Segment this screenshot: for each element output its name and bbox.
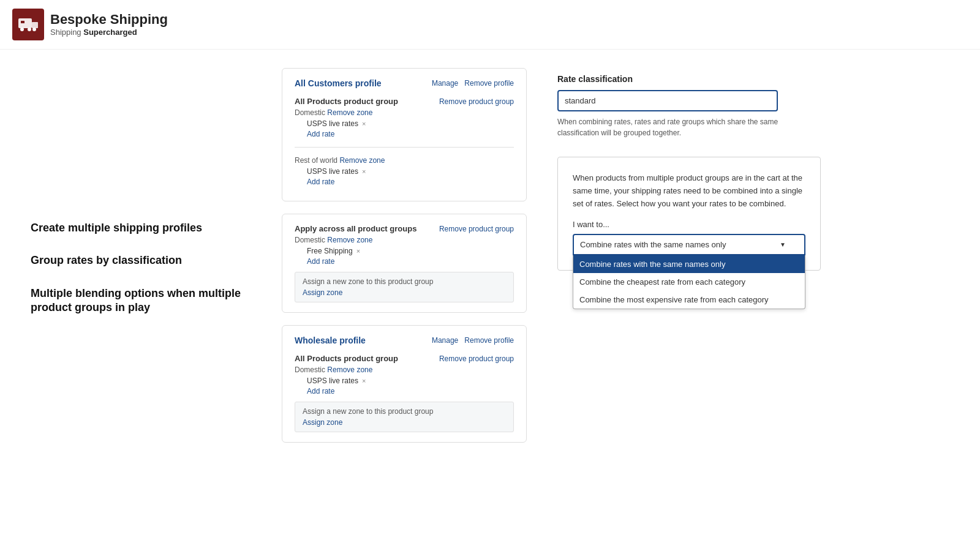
remove-rate-free-shipping[interactable]: × (356, 247, 360, 255)
remove-product-group-apply-across[interactable]: Remove product group (439, 225, 514, 233)
profile-card-apply-across: Apply across all product groups Remove p… (282, 214, 527, 313)
combine-dropdown-trigger[interactable]: Combine rates with the same names only ▼ (573, 234, 805, 255)
combine-option-same-names[interactable]: Combine rates with the same names only (573, 255, 805, 273)
combine-option-cheapest[interactable]: Combine the cheapest rate from each cate… (573, 273, 805, 291)
combine-selected-value: Combine rates with the same names only (580, 240, 726, 249)
profile-actions-wholesale: Manage Remove profile (432, 336, 514, 345)
rate-list-domestic-2: Free Shipping × Add rate (307, 247, 514, 266)
combine-dropdown[interactable]: Combine rates with the same names only ▼… (573, 234, 805, 255)
svg-rect-1 (21, 21, 24, 23)
product-group-header-wholesale: All Products product group Remove produc… (295, 354, 514, 363)
logo-icon (12, 9, 44, 40)
remove-zone-domestic-3[interactable]: Remove zone (327, 365, 372, 374)
add-rate-link-2[interactable]: Add rate (307, 178, 334, 186)
list-item: Add rate (307, 178, 514, 186)
left-point-1: Create multiple shipping profiles (31, 221, 245, 235)
combining-section: When products from multiple product grou… (557, 157, 821, 271)
assign-zone-section-1: Assign a new zone to this product group … (295, 272, 514, 302)
remove-product-group-all-products[interactable]: Remove product group (439, 97, 514, 106)
product-group-header-all-products: All Products product group Remove produc… (295, 97, 514, 106)
profile-header-all-customers: All Customers profile Manage Remove prof… (295, 78, 514, 88)
rate-classification-section: Rate classification When combining rates… (557, 74, 821, 138)
assign-zone-desc-2: Assign a new zone to this product group (303, 407, 506, 416)
remove-zone-domestic-2[interactable]: Remove zone (327, 236, 372, 244)
list-item: Add rate (307, 130, 514, 138)
assign-zone-desc-1: Assign a new zone to this product group (303, 277, 506, 286)
svg-point-3 (28, 28, 31, 31)
profile-card-all-customers: All Customers profile Manage Remove prof… (282, 68, 527, 201)
profile-name-wholesale: Wholesale profile (295, 335, 366, 345)
remove-product-group-wholesale[interactable]: Remove product group (439, 354, 514, 363)
rate-list-rest-of-world: USPS live rates × Add rate (307, 167, 514, 186)
product-group-name-apply-across: Apply across all product groups (295, 224, 417, 233)
rate-list-domestic-3: USPS live rates × Add rate (307, 377, 514, 395)
left-point-3: Multiple blending options when multiple … (31, 287, 245, 315)
left-panel: Create multiple shipping profiles Group … (0, 62, 270, 461)
i-want-label: I want to... (573, 220, 805, 229)
product-group-name-all-products: All Products product group (295, 97, 398, 106)
list-item: USPS live rates × (307, 167, 514, 176)
zone-domestic-3: Domestic Remove zone (295, 365, 514, 374)
assign-zone-section-2: Assign a new zone to this product group … (295, 402, 514, 432)
profile-card-wholesale: Wholesale profile Manage Remove profile … (282, 325, 527, 443)
header: Bespoke Shipping Shipping Supercharged (0, 0, 980, 50)
manage-link-all-customers[interactable]: Manage (432, 79, 458, 88)
profile-header-wholesale: Wholesale profile Manage Remove profile (295, 335, 514, 345)
zone-domestic: Domestic Remove zone (295, 108, 514, 117)
assign-zone-link-2[interactable]: Assign zone (303, 418, 342, 427)
list-item: Add rate (307, 387, 514, 395)
add-rate-link-3[interactable]: Add rate (307, 257, 334, 266)
profile-actions-all-customers: Manage Remove profile (432, 79, 514, 88)
center-panel: All Customers profile Manage Remove prof… (270, 62, 539, 461)
list-item: Add rate (307, 257, 514, 266)
add-rate-link-4[interactable]: Add rate (307, 387, 334, 395)
logo-text: Bespoke Shipping Shipping Supercharged (50, 12, 168, 36)
list-item: Free Shipping × (307, 247, 514, 255)
svg-point-5 (32, 28, 36, 31)
main-content: Create multiple shipping profiles Group … (0, 50, 980, 473)
remove-rate-usps-2[interactable]: × (362, 168, 366, 175)
logo-title: Bespoke Shipping (50, 12, 168, 27)
remove-zone-domestic[interactable]: Remove zone (327, 108, 372, 117)
rate-list-domestic: USPS live rates × Add rate (307, 119, 514, 138)
rate-classification-label: Rate classification (557, 74, 821, 84)
divider (295, 147, 514, 148)
classification-hint: When combining rates, rates and rate gro… (557, 116, 821, 138)
logo-subtitle: Shipping Supercharged (50, 28, 168, 37)
combine-dropdown-list: Combine rates with the same names only C… (573, 255, 805, 309)
left-point-2: Group rates by classification (31, 253, 245, 268)
product-group-name-wholesale: All Products product group (295, 354, 398, 363)
manage-link-wholesale[interactable]: Manage (432, 336, 458, 345)
remove-zone-rest-of-world[interactable]: Remove zone (339, 156, 385, 165)
remove-rate-usps-3[interactable]: × (362, 377, 366, 384)
combine-option-most-expensive[interactable]: Combine the most expensive rate from eac… (573, 291, 805, 309)
product-group-header-apply-across: Apply across all product groups Remove p… (295, 224, 514, 233)
remove-profile-link-wholesale[interactable]: Remove profile (464, 336, 514, 345)
remove-profile-link-all-customers[interactable]: Remove profile (464, 79, 514, 88)
assign-zone-link-1[interactable]: Assign zone (303, 288, 342, 297)
remove-rate-usps-1[interactable]: × (362, 120, 366, 127)
chevron-down-icon: ▼ (780, 241, 786, 248)
add-rate-link-1[interactable]: Add rate (307, 130, 334, 138)
right-panel: Rate classification When combining rates… (539, 62, 845, 461)
svg-rect-0 (18, 18, 32, 28)
profile-name-all-customers: All Customers profile (295, 78, 382, 88)
rate-classification-input[interactable] (557, 90, 778, 111)
combining-description: When products from multiple product grou… (573, 172, 805, 210)
svg-rect-4 (32, 22, 38, 28)
list-item: USPS live rates × (307, 119, 514, 128)
svg-point-2 (20, 28, 24, 31)
zone-domestic-2: Domestic Remove zone (295, 236, 514, 244)
zone-rest-of-world: Rest of world Remove zone (295, 156, 514, 165)
list-item: USPS live rates × (307, 377, 514, 385)
